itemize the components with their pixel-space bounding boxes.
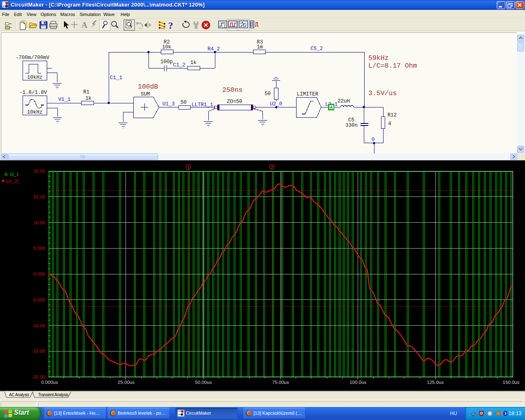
- svg-text:SUM: SUM: [141, 91, 150, 97]
- svg-text:?: ?: [168, 20, 173, 31]
- svg-text:-20.00: -20.00: [32, 374, 45, 379]
- svg-text:20.00: 20.00: [33, 169, 45, 173]
- svg-text:50: 50: [180, 100, 187, 105]
- svg-text:0.000us: 0.000us: [41, 380, 58, 385]
- svg-text:100p: 100p: [160, 59, 173, 65]
- svg-text:2: 2: [271, 165, 273, 170]
- svg-text:5.000: 5.000: [33, 246, 45, 251]
- svg-text:(c5_2): (c5_2): [6, 179, 18, 184]
- svg-text:22uH: 22uH: [338, 98, 350, 104]
- svg-text:V1_1: V1_1: [58, 97, 71, 103]
- svg-text:A: A: [81, 20, 88, 30]
- svg-text:330n: 330n: [345, 123, 358, 128]
- svg-text:100.0us: 100.0us: [349, 380, 366, 385]
- svg-text:-10.00: -10.00: [32, 323, 45, 328]
- svg-text:U1_3: U1_3: [162, 101, 175, 107]
- svg-text:ZO=50: ZO=50: [227, 99, 242, 105]
- svg-text:10k: 10k: [162, 44, 171, 50]
- svg-text:0: 0: [372, 137, 375, 143]
- svg-text:L/C=8.17 Ohm: L/C=8.17 Ohm: [368, 62, 417, 70]
- svg-text:10kHz: 10kHz: [27, 110, 43, 115]
- svg-text:1k: 1k: [190, 60, 196, 66]
- svg-text:4: 4: [388, 121, 391, 127]
- svg-text:0.000: 0.000: [33, 272, 45, 276]
- svg-text:25.00us: 25.00us: [118, 380, 135, 385]
- svg-text:LIMITER: LIMITER: [297, 91, 319, 97]
- svg-text:R4_2: R4_2: [208, 46, 220, 52]
- svg-text:Transient Analysis: Transient Analysis: [38, 393, 68, 397]
- svg-text:15.00: 15.00: [33, 194, 45, 199]
- svg-text:3.5V/us: 3.5V/us: [368, 89, 397, 97]
- svg-text:A: I2_1: A: I2_1: [5, 172, 19, 177]
- svg-text:1: 1: [187, 165, 189, 170]
- svg-text:59kHz: 59kHz: [368, 54, 389, 62]
- svg-text:LLTR1_1: LLTR1_1: [192, 102, 213, 108]
- svg-text:125.0us: 125.0us: [427, 380, 444, 385]
- svg-text:R12: R12: [388, 112, 397, 118]
- svg-text:100dB: 100dB: [138, 83, 158, 91]
- svg-text:C1_2: C1_2: [173, 62, 185, 68]
- svg-text:C1_1: C1_1: [110, 75, 122, 81]
- svg-text:150.0us: 150.0us: [503, 380, 520, 385]
- svg-text:C5_2: C5_2: [310, 46, 323, 52]
- svg-text:R1: R1: [83, 89, 89, 95]
- svg-text:-5.000: -5.000: [32, 297, 45, 302]
- svg-text:-700m/700mV: -700m/700mV: [16, 55, 50, 61]
- svg-text:75.00us: 75.00us: [272, 380, 289, 385]
- svg-text:250ns: 250ns: [222, 86, 243, 94]
- svg-text:C5: C5: [348, 117, 354, 123]
- svg-text:10kHz: 10kHz: [27, 75, 43, 80]
- svg-text:1m: 1m: [257, 44, 263, 50]
- svg-text:1k: 1k: [85, 96, 91, 101]
- svg-text:50: 50: [265, 91, 271, 97]
- svg-text:10.00: 10.00: [33, 220, 45, 225]
- svg-text:50.00us: 50.00us: [195, 380, 212, 385]
- svg-text:AC Analysis: AC Analysis: [9, 393, 29, 397]
- svg-text:-15.00: -15.00: [32, 349, 45, 354]
- svg-text:A: A: [330, 105, 333, 110]
- svg-text:U2_0: U2_0: [270, 101, 282, 107]
- svg-text:-1.8/1.8V: -1.8/1.8V: [19, 90, 47, 96]
